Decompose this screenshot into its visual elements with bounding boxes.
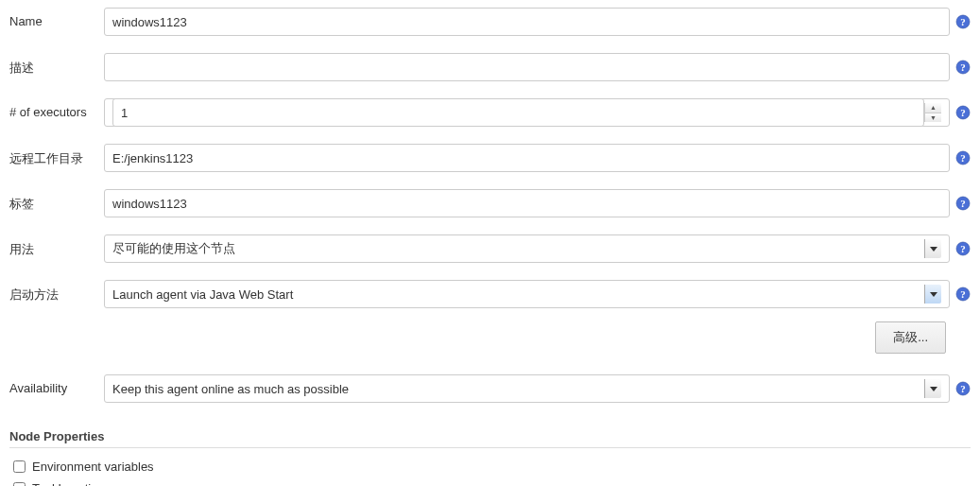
chevron-down-icon [924, 239, 941, 258]
svg-text:?: ? [960, 107, 966, 118]
form-row-usage: 用法 尽可能的使用这个节点 ? [9, 234, 971, 263]
label-usage: 用法 [9, 234, 104, 258]
launch-method-select-value: Launch agent via Java Web Start [112, 287, 924, 302]
help-icon[interactable]: ? [955, 14, 971, 29]
env-vars-checkbox[interactable] [13, 460, 26, 473]
control-description: ? [104, 53, 971, 81]
control-launch-method: Launch agent via Java Web Start ? [104, 280, 971, 308]
control-name: ? [104, 8, 971, 36]
svg-marker-13 [930, 292, 937, 297]
form-row-availability: Availability Keep this agent online as m… [9, 374, 971, 403]
form-row-launch-method: 启动方法 Launch agent via Java Web Start ? [9, 280, 971, 308]
help-icon[interactable]: ? [955, 196, 971, 211]
help-icon[interactable]: ? [955, 241, 971, 256]
label-availability: Availability [9, 374, 104, 395]
control-labels: ? [104, 189, 971, 217]
form-row-labels: 标签 ? [9, 189, 971, 217]
label-executors: # of executors [9, 98, 104, 119]
checkbox-row-env-vars: Environment variables [13, 460, 971, 474]
help-icon[interactable]: ? [955, 381, 971, 396]
number-spinner: ▲ ▼ [924, 103, 941, 122]
help-icon[interactable]: ? [955, 286, 971, 302]
control-remote-dir: ? [104, 144, 971, 172]
form-row-executors: # of executors ▲ ▼ ? [9, 98, 971, 127]
label-launch-method: 启动方法 [9, 280, 104, 304]
env-vars-label[interactable]: Environment variables [32, 460, 154, 474]
advanced-button[interactable]: 高级... [875, 321, 946, 354]
help-icon[interactable]: ? [955, 150, 971, 165]
name-input[interactable] [104, 8, 950, 36]
form-row-description: 描述 ? [9, 53, 971, 81]
form-row-name: Name ? [9, 8, 971, 36]
node-properties-header: Node Properties [9, 429, 971, 448]
checkbox-row-tool-locations: Tool Locations [13, 481, 971, 486]
spinner-down-button[interactable]: ▼ [925, 113, 941, 123]
tool-locations-label[interactable]: Tool Locations [32, 481, 111, 486]
svg-marker-16 [930, 387, 937, 391]
usage-select-value: 尽可能的使用这个节点 [112, 240, 924, 257]
tool-locations-checkbox[interactable] [13, 482, 26, 486]
svg-marker-10 [930, 247, 937, 252]
labels-input[interactable] [104, 189, 950, 217]
availability-select[interactable]: Keep this agent online as much as possib… [104, 374, 950, 403]
svg-text:?: ? [960, 198, 966, 209]
control-usage: 尽可能的使用这个节点 ? [104, 234, 971, 263]
control-availability: Keep this agent online as much as possib… [104, 374, 971, 403]
chevron-down-icon [924, 285, 941, 304]
svg-text:?: ? [960, 152, 966, 164]
executors-input-wrap: ▲ ▼ [104, 98, 950, 127]
availability-select-value: Keep this agent online as much as possib… [112, 382, 924, 396]
label-name: Name [9, 8, 104, 28]
svg-text:?: ? [960, 243, 966, 254]
chevron-down-icon [924, 379, 941, 398]
usage-select[interactable]: 尽可能的使用这个节点 [104, 234, 950, 263]
control-executors: ▲ ▼ ? [104, 98, 971, 127]
remote-dir-input[interactable] [104, 144, 950, 172]
label-labels: 标签 [9, 189, 104, 213]
svg-text:?: ? [960, 383, 966, 394]
spinner-up-button[interactable]: ▲ [925, 103, 941, 113]
launch-method-select[interactable]: Launch agent via Java Web Start [104, 280, 950, 308]
advanced-button-row: 高级... [9, 321, 971, 354]
description-input[interactable] [104, 53, 950, 81]
help-icon[interactable]: ? [955, 105, 971, 120]
svg-text:?: ? [960, 16, 966, 27]
svg-text:?: ? [960, 61, 966, 73]
executors-input[interactable] [112, 98, 924, 127]
label-remote-dir: 远程工作目录 [9, 144, 104, 167]
form-row-remote-dir: 远程工作目录 ? [9, 144, 971, 172]
svg-text:?: ? [960, 288, 966, 300]
help-icon[interactable]: ? [955, 60, 971, 75]
label-description: 描述 [9, 53, 104, 77]
